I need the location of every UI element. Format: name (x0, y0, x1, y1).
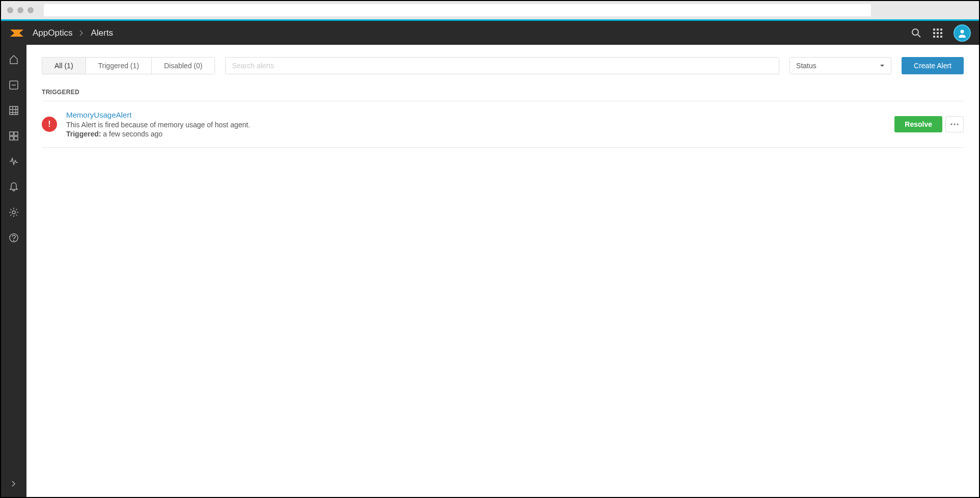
minimize-window-button[interactable] (17, 7, 23, 13)
sidebar-dashboards-icon[interactable] (8, 105, 19, 116)
svg-rect-22 (14, 136, 18, 140)
svg-rect-7 (940, 32, 942, 34)
top-nav: AppOptics Alerts (1, 21, 979, 45)
svg-rect-9 (937, 36, 939, 38)
content: All (1) Triggered (1) Disabled (0) Statu… (26, 45, 979, 497)
search-input[interactable] (225, 57, 779, 74)
alert-badge-icon: ! (42, 117, 57, 132)
section-triggered-label: TRIGGERED (42, 89, 964, 96)
breadcrumb-app[interactable]: AppOptics (33, 28, 72, 38)
close-window-button[interactable] (7, 7, 13, 13)
svg-rect-14 (10, 106, 18, 115)
svg-rect-8 (933, 36, 935, 38)
svg-point-26 (951, 124, 952, 125)
chevron-right-icon (79, 30, 84, 36)
svg-rect-20 (14, 132, 18, 135)
status-dropdown[interactable]: Status (790, 57, 891, 74)
svg-rect-10 (940, 36, 942, 38)
search-icon[interactable] (911, 27, 922, 39)
sidebar-expand-icon[interactable] (1, 474, 26, 494)
sidebar-integrations-icon[interactable] (8, 130, 19, 142)
maximize-window-button[interactable] (28, 7, 34, 13)
window-controls (7, 7, 34, 13)
svg-line-1 (918, 35, 920, 37)
alert-item: ! MemoryUsageAlert This Alert is fired b… (42, 101, 964, 148)
svg-rect-4 (940, 29, 942, 31)
resolve-button[interactable]: Resolve (894, 116, 942, 132)
window-frame: AppOptics Alerts (0, 0, 980, 498)
alert-actions: Resolve (894, 116, 964, 132)
status-dropdown-label: Status (796, 62, 816, 70)
top-nav-right (911, 24, 971, 42)
filter-tabs: All (1) Triggered (1) Disabled (0) (42, 57, 215, 74)
sidebar-home-icon[interactable] (8, 54, 19, 65)
svg-point-25 (14, 240, 14, 241)
svg-rect-6 (937, 32, 939, 34)
alert-description: This Alert is fired because of memory us… (66, 121, 885, 129)
svg-point-23 (12, 211, 15, 214)
sidebar-alerts-icon[interactable] (8, 181, 19, 192)
tab-triggered[interactable]: Triggered (1) (86, 58, 152, 74)
alert-list: ! MemoryUsageAlert This Alert is fired b… (42, 101, 964, 148)
svg-point-11 (961, 30, 964, 33)
svg-point-27 (954, 124, 956, 125)
alert-body: MemoryUsageAlert This Alert is fired bec… (66, 110, 885, 138)
ellipsis-icon (950, 123, 959, 125)
alert-name-link[interactable]: MemoryUsageAlert (66, 110, 885, 119)
breadcrumb-page: Alerts (91, 28, 113, 38)
sidebar-metrics-icon[interactable] (8, 156, 19, 167)
user-avatar[interactable] (954, 24, 971, 42)
svg-rect-3 (937, 29, 939, 31)
url-bar[interactable] (44, 4, 871, 16)
svg-rect-5 (933, 32, 935, 34)
caret-down-icon (880, 64, 885, 67)
apps-grid-icon[interactable] (932, 27, 943, 39)
brand-logo-icon[interactable] (9, 27, 24, 39)
triggered-label: Triggered: (66, 130, 101, 138)
alert-meta: Triggered: a few seconds ago (66, 130, 885, 138)
logo-area: AppOptics Alerts (9, 27, 113, 39)
create-alert-button[interactable]: Create Alert (902, 57, 964, 74)
svg-point-0 (912, 29, 918, 35)
sidebar-apm-icon[interactable] (8, 79, 19, 91)
sidebar (1, 45, 26, 497)
triggered-value: a few seconds ago (101, 130, 162, 138)
svg-rect-2 (933, 29, 935, 31)
controls-row: All (1) Triggered (1) Disabled (0) Statu… (42, 57, 964, 74)
svg-rect-19 (10, 132, 13, 135)
sidebar-settings-icon[interactable] (8, 207, 19, 218)
sidebar-help-icon[interactable] (8, 232, 19, 243)
main-area: All (1) Triggered (1) Disabled (0) Statu… (1, 45, 979, 497)
browser-chrome (1, 1, 979, 19)
svg-point-28 (957, 124, 959, 125)
svg-rect-21 (10, 136, 13, 140)
tab-all[interactable]: All (1) (42, 58, 86, 74)
more-actions-button[interactable] (945, 116, 964, 132)
tab-disabled[interactable]: Disabled (0) (152, 58, 214, 74)
breadcrumb: AppOptics Alerts (33, 28, 113, 38)
